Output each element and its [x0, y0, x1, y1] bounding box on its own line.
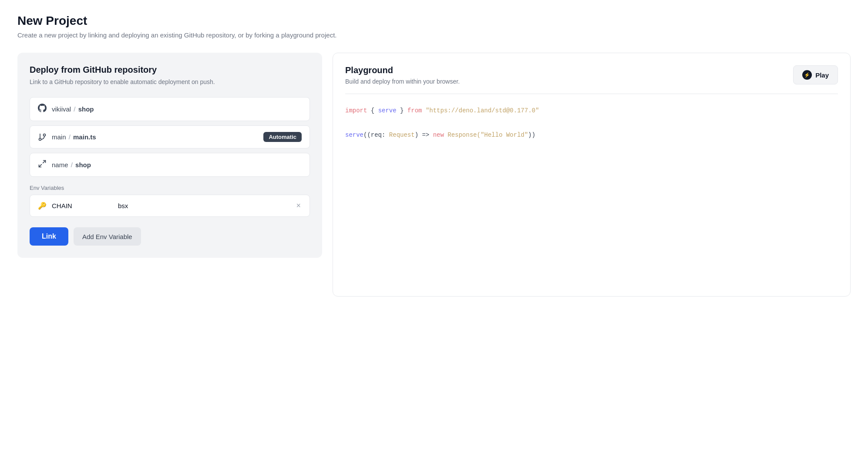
env-key: CHAIN — [52, 202, 113, 209]
env-close-button[interactable]: × — [295, 200, 302, 211]
name-row[interactable]: name / shop — [30, 153, 310, 177]
repo-label: vikiival / shop — [52, 105, 94, 113]
playground-panel: Playground Build and deploy from within … — [333, 53, 851, 297]
svg-line-4 — [39, 165, 42, 167]
deploy-panel-title: Deploy from GitHub repository — [30, 65, 310, 75]
playground-header: Playground Build and deploy from within … — [345, 65, 838, 94]
playground-subtitle: Build and deploy from within your browse… — [345, 78, 460, 85]
github-icon — [38, 104, 47, 115]
branch-label: main / main.ts — [52, 133, 96, 141]
branch-row[interactable]: main / main.ts Automatic — [30, 125, 310, 148]
env-value-input[interactable] — [118, 202, 290, 209]
add-env-button[interactable]: Add Env Variable — [74, 227, 141, 246]
link-button[interactable]: Link — [30, 227, 68, 246]
rename-icon — [38, 159, 47, 170]
play-icon: ⚡ — [802, 70, 812, 80]
play-button[interactable]: ⚡ Play — [793, 65, 838, 84]
playground-title-area: Playground Build and deploy from within … — [345, 65, 460, 85]
playground-title: Playground — [345, 65, 460, 75]
deploy-panel-subtitle: Link to a GitHub repository to enable au… — [30, 78, 310, 87]
repo-row[interactable]: vikiival / shop — [30, 97, 310, 121]
code-line-3: serve((req: Request) => new Response("He… — [345, 129, 838, 141]
env-label: Env Variables — [30, 185, 310, 191]
svg-line-3 — [43, 161, 46, 163]
code-editor: import { serve } from "https://deno.land… — [345, 105, 838, 141]
key-icon: 🔑 — [38, 202, 47, 210]
page-title: New Project — [17, 14, 851, 28]
code-line-2 — [345, 117, 838, 129]
branch-icon — [38, 133, 47, 142]
code-line-1: import { serve } from "https://deno.land… — [345, 105, 838, 117]
main-layout: Deploy from GitHub repository Link to a … — [17, 53, 851, 297]
play-label: Play — [815, 71, 829, 79]
name-label: name / shop — [52, 161, 91, 169]
automatic-badge: Automatic — [263, 132, 302, 142]
page-header: New Project Create a new project by link… — [17, 14, 851, 39]
deploy-panel: Deploy from GitHub repository Link to a … — [17, 53, 322, 258]
page-subtitle: Create a new project by linking and depl… — [17, 31, 851, 39]
action-buttons: Link Add Env Variable — [30, 227, 310, 246]
env-variable-row[interactable]: 🔑 CHAIN × — [30, 195, 310, 217]
